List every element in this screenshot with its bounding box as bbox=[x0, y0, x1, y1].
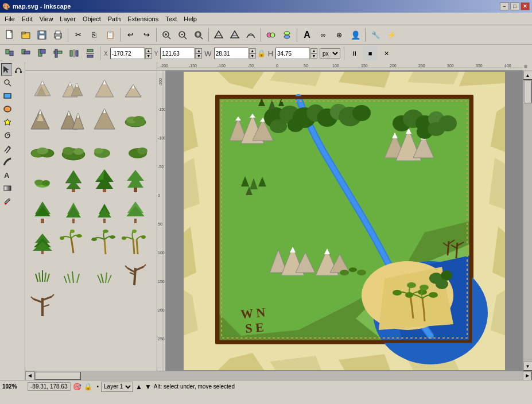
w-input[interactable]: 28.31 bbox=[214, 48, 248, 59]
xml-tool[interactable]: ⚡ bbox=[384, 28, 399, 42]
distribute-h[interactable] bbox=[67, 46, 81, 61]
lock-icon-status[interactable]: 🔒 bbox=[84, 383, 92, 391]
align-tc[interactable] bbox=[18, 46, 33, 61]
hscroll-thumb[interactable] bbox=[35, 372, 81, 380]
menu-layer[interactable]: Layer bbox=[56, 14, 79, 24]
sprite-palm-2[interactable] bbox=[90, 228, 119, 258]
paste-button[interactable]: 📋 bbox=[103, 28, 118, 42]
sprite-mountain-7[interactable] bbox=[90, 104, 119, 134]
menu-path[interactable]: Path bbox=[104, 14, 125, 24]
copy-button[interactable]: ⎘ bbox=[87, 28, 102, 42]
save-button[interactable] bbox=[34, 28, 49, 42]
align-tl[interactable] bbox=[2, 46, 17, 61]
calligraphy-tool[interactable] bbox=[1, 156, 14, 168]
menu-edit[interactable]: Edit bbox=[18, 14, 36, 24]
menu-help[interactable]: Help bbox=[180, 14, 200, 24]
pencil-tool[interactable] bbox=[1, 142, 14, 155]
sprite-mountain-5[interactable] bbox=[28, 104, 57, 134]
select-tool[interactable] bbox=[1, 63, 12, 76]
sprite-tree-1[interactable] bbox=[59, 166, 88, 196]
y-down[interactable]: ▼ bbox=[195, 53, 202, 59]
scroll-down-button[interactable]: ▼ bbox=[523, 362, 533, 371]
star-tool[interactable] bbox=[1, 116, 14, 129]
text-tool-tb[interactable]: A bbox=[1, 169, 14, 181]
open-button[interactable] bbox=[18, 28, 33, 42]
ellipse-tool[interactable] bbox=[1, 103, 14, 115]
hscroll-right-button[interactable]: ▶ bbox=[523, 371, 532, 380]
spiral-tool[interactable] bbox=[1, 129, 14, 142]
node-tool-1[interactable] bbox=[211, 28, 226, 42]
text-tool[interactable]: A bbox=[300, 28, 314, 42]
pause-button[interactable]: ⏸ bbox=[347, 46, 362, 61]
menu-text[interactable]: Text bbox=[162, 14, 180, 24]
sprite-mountain-3[interactable] bbox=[90, 73, 119, 103]
sprite-bush-2[interactable] bbox=[28, 135, 57, 165]
sprite-mountain-2[interactable] bbox=[59, 73, 88, 103]
sprite-bush-3[interactable] bbox=[59, 135, 88, 165]
sprite-tree-2[interactable] bbox=[90, 166, 119, 196]
sprite-tree-4[interactable] bbox=[28, 197, 57, 227]
sprite-dead-tree-1[interactable] bbox=[121, 259, 150, 289]
w-up[interactable]: ▲ bbox=[249, 48, 256, 53]
x-down[interactable]: ▼ bbox=[145, 53, 152, 59]
snap-icon[interactable]: 🎯 bbox=[73, 383, 81, 391]
y-up[interactable]: ▲ bbox=[195, 48, 202, 53]
align-ml[interactable] bbox=[51, 46, 65, 61]
layer-up-icon[interactable]: ▲ bbox=[135, 383, 142, 391]
maximize-button[interactable]: □ bbox=[510, 2, 519, 10]
cut-button[interactable]: ✂ bbox=[71, 28, 86, 42]
zoom-in-button[interactable] bbox=[159, 28, 174, 42]
symbol-tool[interactable]: ∞ bbox=[316, 28, 331, 42]
sprite-bush-4[interactable] bbox=[90, 135, 119, 165]
sprite-mountain-1[interactable] bbox=[28, 73, 57, 103]
node-tool-2[interactable] bbox=[227, 28, 242, 42]
sprite-grass-2[interactable] bbox=[59, 259, 88, 289]
gradient-tool[interactable] bbox=[1, 182, 14, 195]
x-up[interactable]: ▲ bbox=[145, 48, 152, 53]
zoom-out-button[interactable] bbox=[175, 28, 190, 42]
flip-v-button[interactable] bbox=[279, 28, 294, 42]
new-button[interactable] bbox=[2, 28, 17, 42]
y-input[interactable]: 121.63 bbox=[160, 48, 195, 59]
sprite-tree-7[interactable] bbox=[121, 197, 150, 227]
menu-view[interactable]: View bbox=[36, 14, 57, 24]
sprite-palm-3[interactable] bbox=[121, 228, 150, 258]
node-tool-3[interactable] bbox=[243, 28, 258, 42]
sprite-palm-1[interactable] bbox=[59, 228, 88, 258]
align-tr[interactable] bbox=[34, 46, 49, 61]
sprite-tree-5[interactable] bbox=[59, 197, 88, 227]
dropper-tool[interactable]: 👤 bbox=[348, 28, 363, 42]
pref-tool[interactable]: 🔧 bbox=[368, 28, 383, 42]
stop-button[interactable]: ■ bbox=[363, 46, 378, 61]
unit-select[interactable]: px mm in bbox=[320, 48, 340, 59]
hscroll-left-button[interactable]: ◀ bbox=[25, 371, 34, 380]
close-button[interactable]: ✕ bbox=[521, 2, 530, 10]
scroll-thumb[interactable] bbox=[524, 80, 532, 103]
connector-tool[interactable]: ⊕ bbox=[332, 28, 347, 42]
menu-extensions[interactable]: Extensions bbox=[124, 14, 162, 24]
undo-button[interactable]: ↩ bbox=[123, 28, 138, 42]
flip-h-button[interactable] bbox=[263, 28, 278, 42]
dropper-tool-tb[interactable] bbox=[1, 195, 14, 208]
print-button[interactable] bbox=[51, 28, 65, 42]
menu-object[interactable]: Object bbox=[79, 14, 104, 24]
sprite-bush-6[interactable] bbox=[28, 166, 57, 196]
sprite-dead-tree-2[interactable] bbox=[28, 290, 57, 320]
sprite-mountain-4[interactable] bbox=[121, 73, 150, 103]
x-input[interactable]: -170.72 bbox=[110, 48, 145, 59]
h-input[interactable]: 34.75 bbox=[275, 48, 310, 59]
rect-tool[interactable] bbox=[1, 90, 14, 102]
sprite-bush-1[interactable] bbox=[121, 104, 150, 134]
sprite-tree-8[interactable] bbox=[28, 228, 57, 258]
sprite-grass-3[interactable] bbox=[90, 259, 119, 289]
layer-down-icon[interactable]: ▼ bbox=[145, 383, 152, 391]
lock-icon[interactable]: 🔒 bbox=[257, 49, 266, 57]
redo-button[interactable]: ↪ bbox=[139, 28, 154, 42]
close-bar-button[interactable]: ✕ bbox=[379, 46, 394, 61]
zoom-fit-button[interactable] bbox=[191, 28, 206, 42]
layer-selector[interactable]: Layer 1 bbox=[101, 382, 133, 392]
distribute-v[interactable] bbox=[83, 46, 98, 61]
sprite-tree-3[interactable] bbox=[121, 166, 150, 196]
sprite-bush-5[interactable] bbox=[121, 135, 150, 165]
scroll-up-button[interactable]: ▲ bbox=[523, 71, 533, 80]
